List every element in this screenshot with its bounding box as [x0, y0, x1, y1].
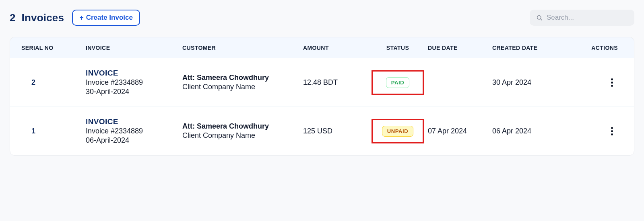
invoice-number: Invoice #2334889: [86, 127, 182, 135]
created-date-cell: 06 Apr 2024: [492, 127, 573, 135]
customer-attention: Att: Sameera Chowdhury: [182, 122, 303, 131]
col-created-date: CREATED DATE: [492, 45, 573, 51]
serial-cell: 2: [21, 78, 86, 87]
plus-icon: +: [79, 14, 84, 21]
invoice-date: 30-April-2024: [86, 88, 182, 96]
search-input[interactable]: [547, 14, 628, 22]
col-actions: ACTIONS: [573, 45, 623, 51]
table-header-row: SERIAL NO INVOICE CUSTOMER AMOUNT STATUS…: [10, 37, 634, 58]
page-title-text: Invoices: [22, 12, 64, 24]
row-actions-menu-button[interactable]: [609, 125, 615, 138]
status-cell: PAID: [367, 70, 428, 95]
customer-cell: Att: Sameera Chowdhury Client Company Na…: [182, 122, 303, 140]
amount-cell: 125 USD: [303, 127, 367, 135]
col-amount: AMOUNT: [303, 45, 367, 51]
row-actions-menu-button[interactable]: [609, 76, 615, 89]
customer-cell: Att: Sameera Chowdhury Client Company Na…: [182, 74, 303, 91]
header-left: 2 Invoices + Create Invoice: [10, 10, 140, 26]
invoice-count: 2: [10, 12, 16, 24]
invoice-title: INVOICE: [86, 69, 182, 78]
serial-cell: 1: [21, 127, 86, 135]
header-bar: 2 Invoices + Create Invoice: [10, 10, 634, 26]
status-highlight: PAID: [372, 70, 424, 95]
created-date-cell: 30 Apr 2024: [492, 78, 573, 87]
col-due-date: DUE DATE: [428, 45, 492, 51]
svg-line-1: [541, 19, 542, 20]
invoice-cell[interactable]: INVOICE Invoice #2334889 30-April-2024: [86, 69, 182, 96]
create-invoice-label: Create Invoice: [86, 14, 133, 22]
status-cell: UNPAID: [367, 119, 428, 143]
actions-cell: [573, 125, 623, 138]
table-row: 2 INVOICE Invoice #2334889 30-April-2024…: [10, 58, 634, 106]
customer-company: Client Company Name: [182, 131, 303, 140]
col-customer: CUSTOMER: [182, 45, 303, 51]
create-invoice-button[interactable]: + Create Invoice: [72, 10, 140, 26]
customer-attention: Att: Sameera Chowdhury: [182, 74, 303, 82]
col-status: STATUS: [367, 45, 428, 51]
amount-cell: 12.48 BDT: [303, 78, 367, 87]
page-title: 2 Invoices: [10, 12, 64, 24]
serial-value: 1: [21, 127, 45, 135]
invoice-number: Invoice #2334889: [86, 78, 182, 87]
due-date-cell: 07 Apr 2024: [428, 127, 492, 135]
search-box[interactable]: [530, 10, 634, 26]
status-highlight: UNPAID: [372, 119, 424, 143]
invoice-date: 06-April-2024: [86, 136, 182, 145]
invoice-title: INVOICE: [86, 117, 182, 126]
actions-cell: [573, 76, 623, 89]
invoices-table: SERIAL NO INVOICE CUSTOMER AMOUNT STATUS…: [10, 37, 634, 156]
col-invoice: INVOICE: [86, 45, 182, 51]
status-badge: UNPAID: [382, 126, 413, 137]
svg-point-0: [537, 16, 541, 19]
table-row: 1 INVOICE Invoice #2334889 06-April-2024…: [10, 106, 634, 155]
customer-company: Client Company Name: [182, 83, 303, 91]
invoice-cell[interactable]: INVOICE Invoice #2334889 06-April-2024: [86, 117, 182, 145]
serial-value: 2: [21, 78, 45, 87]
search-icon: [536, 14, 543, 21]
status-badge: PAID: [386, 77, 410, 88]
col-serial: SERIAL NO: [21, 45, 86, 51]
